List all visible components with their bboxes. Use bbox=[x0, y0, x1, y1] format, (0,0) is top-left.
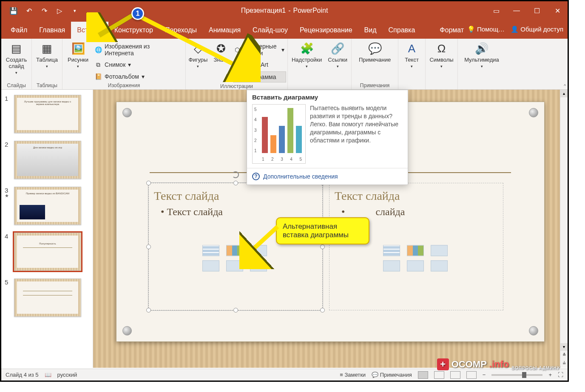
link-icon: 🔗 bbox=[330, 42, 345, 56]
watermark: + OCOMP.info ВОПРОСЫ АДМИНУ bbox=[437, 358, 560, 370]
vertical-scrollbar[interactable]: ▴ ▾ ≜ ≟ bbox=[560, 90, 568, 368]
insert-table-icon[interactable] bbox=[383, 245, 400, 256]
chart-button[interactable]: 📊Диаграмма bbox=[233, 71, 287, 82]
tab-design[interactable]: Конструктор bbox=[108, 22, 159, 39]
scroll-down-icon[interactable]: ▾ bbox=[560, 343, 568, 351]
slide-thumbnails: 1 Лучшие программы для записи видео с эк… bbox=[1, 90, 93, 368]
maximize-button[interactable]: ☐ bbox=[527, 1, 547, 20]
tab-view[interactable]: Вид bbox=[358, 22, 383, 39]
icons-icon: ✪ bbox=[214, 42, 228, 56]
normal-view-icon[interactable] bbox=[418, 371, 428, 379]
insert-picture-icon[interactable] bbox=[383, 260, 400, 271]
thumbnail-1[interactable]: Лучшие программы для записи видео с экра… bbox=[14, 95, 81, 133]
chart-icon: 📊 bbox=[235, 73, 243, 81]
insert-video-icon[interactable] bbox=[250, 260, 267, 271]
screenshot-button[interactable]: ⧉Снимок ▾ bbox=[93, 60, 182, 70]
table-button[interactable]: ▦Таблица▾ bbox=[34, 41, 60, 69]
tab-help[interactable]: Справка bbox=[383, 22, 421, 39]
ribbon-collapse-icon[interactable]: ^ bbox=[564, 84, 566, 88]
sorter-view-icon[interactable] bbox=[434, 371, 444, 379]
prev-slide-icon[interactable]: ≜ bbox=[560, 351, 568, 359]
slide-counter[interactable]: Слайд 4 из 5 bbox=[6, 372, 39, 378]
photo-album-button[interactable]: 📔Фотоальбом ▾ bbox=[93, 71, 182, 82]
close-button[interactable]: ✕ bbox=[547, 1, 568, 20]
shapes-button[interactable]: ◇Фигуры▾ bbox=[187, 41, 210, 69]
tab-home[interactable]: Главная bbox=[33, 22, 71, 39]
icons-button[interactable]: ✪Зна… bbox=[212, 41, 230, 64]
text-icon: A bbox=[405, 42, 419, 56]
tab-transitions[interactable]: Переходы bbox=[159, 22, 203, 39]
smartart-button[interactable]: ⇄SmartArt bbox=[233, 60, 287, 70]
comment-icon: 💬 bbox=[368, 42, 382, 56]
minimize-button[interactable]: — bbox=[506, 1, 527, 20]
undo-icon[interactable]: ↶ bbox=[24, 6, 34, 15]
screenshot-icon: ⧉ bbox=[94, 61, 102, 68]
next-slide-icon[interactable]: ≟ bbox=[560, 359, 568, 368]
language-status[interactable]: русский bbox=[57, 372, 77, 378]
online-pictures-button[interactable]: 🌐Изображения из Интернета bbox=[93, 42, 182, 58]
annotation-callout: Альтернативная вставка диаграммы bbox=[276, 217, 369, 244]
online-pictures-icon: 🌐 bbox=[94, 46, 102, 54]
tab-review[interactable]: Рецензирование bbox=[294, 22, 358, 39]
insert-chart-icon[interactable] bbox=[226, 245, 243, 256]
notes-button[interactable]: ≡ Заметки bbox=[340, 372, 366, 378]
slideshow-icon[interactable]: ▷ bbox=[55, 6, 64, 15]
insert-smartart-icon[interactable] bbox=[431, 245, 448, 256]
insert-online-picture-icon[interactable] bbox=[226, 260, 243, 271]
share-button[interactable]: 👤 Общий доступ bbox=[511, 26, 563, 33]
pictures-button[interactable]: 🖼️Рисунки▾ bbox=[66, 41, 90, 69]
slideshow-view-icon[interactable] bbox=[466, 371, 477, 379]
save-icon[interactable]: 💾 bbox=[9, 6, 18, 15]
content-placeholder-left[interactable]: Текст слайда Текст слайда bbox=[148, 183, 323, 310]
insert-online-picture-icon[interactable] bbox=[407, 260, 424, 271]
tooltip-body: Пытаетесь выявить модели развития и трен… bbox=[310, 104, 403, 164]
zoom-slider[interactable] bbox=[491, 374, 542, 376]
insert-video-icon[interactable] bbox=[431, 260, 448, 271]
insert-table-icon[interactable] bbox=[202, 245, 219, 256]
placeholder-insert-icons[interactable] bbox=[202, 245, 269, 271]
links-button[interactable]: 🔗Ссылки▾ bbox=[326, 41, 349, 69]
content-placeholder-right[interactable]: Текст слайда слайда bbox=[329, 183, 503, 310]
thumbnail-2[interactable]: Для записи видео из игр bbox=[14, 141, 81, 179]
scroll-up-icon[interactable]: ▴ bbox=[560, 90, 568, 97]
comments-button[interactable]: 💬 Примечания bbox=[372, 372, 412, 378]
tab-format[interactable]: Формат bbox=[434, 22, 470, 39]
tell-me-button[interactable]: 💡 Помощ… bbox=[467, 26, 505, 33]
redo-icon[interactable]: ↷ bbox=[40, 6, 49, 15]
rotate-handle-icon[interactable] bbox=[232, 171, 239, 178]
tab-slideshow[interactable]: Слайд-шоу bbox=[247, 22, 294, 39]
media-button[interactable]: 🔊Мультимедиа▾ bbox=[463, 41, 501, 69]
smartart-icon: ⇄ bbox=[235, 61, 242, 68]
album-icon: 📔 bbox=[94, 73, 102, 80]
animation-star-icon: ★ bbox=[5, 193, 11, 199]
thumbnail-3[interactable]: Пример записи видео из BANDICAM bbox=[14, 187, 81, 225]
rivet-decoration bbox=[122, 108, 132, 117]
3d-models-button[interactable]: ⬡Трехмерные модели ▾ bbox=[233, 42, 287, 58]
text-button[interactable]: AТекст▾ bbox=[403, 41, 421, 69]
tab-animations[interactable]: Анимация bbox=[203, 22, 247, 39]
speaker-icon: 🔊 bbox=[474, 42, 489, 56]
fit-to-window-icon[interactable]: ⛶ bbox=[558, 372, 563, 378]
thumbnail-4[interactable]: Популярность bbox=[14, 233, 81, 271]
insert-chart-icon[interactable] bbox=[407, 245, 424, 256]
zoom-in-icon[interactable]: + bbox=[548, 372, 552, 378]
addins-button[interactable]: 🧩Надстройки▾ bbox=[290, 41, 324, 69]
new-slide-button[interactable]: ▤Создать слайд▾ bbox=[4, 41, 28, 76]
spell-check-icon[interactable]: 📖 bbox=[45, 372, 51, 378]
app-name: PowerPoint bbox=[293, 7, 328, 14]
thumbnail-5[interactable] bbox=[14, 278, 81, 317]
tooltip-more-link[interactable]: ? Дополнительные сведения bbox=[247, 168, 408, 185]
zoom-out-icon[interactable]: − bbox=[483, 372, 486, 378]
titlebar: 💾 ↶ ↷ ▷ ▾ Презентация1 - PowerPoint ▭ — … bbox=[1, 1, 568, 20]
comment-button[interactable]: 💬Примечание bbox=[357, 41, 392, 64]
symbols-button[interactable]: ΩСимволы▾ bbox=[428, 41, 455, 69]
insert-smartart-icon[interactable] bbox=[250, 245, 267, 256]
reading-view-icon[interactable] bbox=[450, 371, 460, 379]
ribbon-opts-icon[interactable]: ▭ bbox=[486, 1, 506, 20]
placeholder-insert-icons[interactable] bbox=[383, 245, 449, 271]
tab-file[interactable]: Файл bbox=[5, 22, 33, 39]
qat-more-icon[interactable]: ▾ bbox=[70, 6, 80, 15]
insert-picture-icon[interactable] bbox=[202, 260, 219, 271]
rivet-decoration bbox=[122, 326, 132, 335]
tab-insert[interactable]: Вставка bbox=[71, 22, 108, 39]
